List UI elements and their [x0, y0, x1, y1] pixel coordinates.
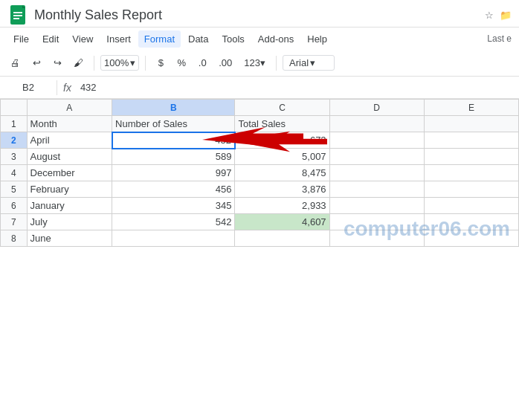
cell-a3[interactable]: August	[27, 149, 112, 165]
decimal-less-button[interactable]: .0	[193, 54, 211, 71]
undo-button[interactable]: ↩	[28, 54, 45, 71]
row-header-5: 5	[1, 181, 28, 198]
cell-c4[interactable]: 8,475	[235, 165, 329, 181]
font-selector[interactable]: Arial ▾	[283, 55, 335, 71]
app-logo	[7, 4, 28, 25]
cell-e7[interactable]	[424, 214, 518, 230]
cell-b6[interactable]: 345	[112, 198, 235, 214]
percent-button[interactable]: %	[173, 54, 190, 71]
paintformat-button[interactable]: 🖌	[69, 54, 88, 71]
menu-edit[interactable]: Edit	[36, 30, 65, 48]
menu-insert[interactable]: Insert	[100, 30, 137, 48]
format-num-button[interactable]: 123 ▾	[239, 54, 270, 71]
table-row: 5 February 456 3,876	[1, 181, 519, 198]
cell-e3[interactable]	[424, 149, 518, 165]
svg-rect-2	[13, 15, 22, 16]
cell-a1[interactable]: Month	[27, 116, 112, 132]
star-icon[interactable]: ☆	[485, 10, 494, 21]
title-bar: Monthly Sales Report ☆ 📁	[0, 0, 519, 28]
cell-b2[interactable]: 432	[112, 132, 235, 149]
col-header-d[interactable]: D	[329, 100, 424, 116]
cell-c5[interactable]: 3,876	[235, 181, 329, 198]
cell-reference[interactable]: B2	[6, 82, 51, 93]
cell-c8[interactable]	[235, 230, 329, 247]
cell-c3[interactable]: 5,007	[235, 149, 329, 165]
toolbar-separator-3	[276, 56, 277, 71]
cell-e6[interactable]	[424, 198, 518, 214]
cell-d2[interactable]	[329, 132, 424, 149]
format-num-label: 123	[244, 57, 260, 68]
cell-d6[interactable]	[329, 198, 424, 214]
cell-a4[interactable]: December	[27, 165, 112, 181]
cell-b8[interactable]	[112, 230, 235, 247]
row-header-7: 7	[1, 214, 28, 230]
menu-tools[interactable]: Tools	[216, 30, 250, 48]
formula-input[interactable]	[77, 82, 513, 93]
cell-b4[interactable]: 997	[112, 165, 235, 181]
cell-c2[interactable]: 672	[235, 132, 329, 149]
cell-c7[interactable]: 4,607	[235, 214, 329, 230]
svg-rect-3	[13, 18, 19, 19]
cell-d3[interactable]	[329, 149, 424, 165]
cell-b5[interactable]: 456	[112, 181, 235, 198]
cell-a5[interactable]: February	[27, 181, 112, 198]
corner-header	[1, 100, 28, 116]
menu-help[interactable]: Help	[301, 30, 333, 48]
col-header-e[interactable]: E	[424, 100, 518, 116]
decimal-more-button[interactable]: .00	[214, 54, 236, 71]
cell-e5[interactable]	[424, 181, 518, 198]
row-header-1: 1	[1, 116, 28, 132]
cell-d7[interactable]	[329, 214, 424, 230]
cell-e8[interactable]	[424, 230, 518, 247]
cell-c1[interactable]: Total Sales	[235, 116, 329, 132]
document-title: Monthly Sales Report	[34, 7, 479, 23]
table-row: 1 Month Number of Sales Total Sales	[1, 116, 519, 132]
cell-a8[interactable]: June	[27, 230, 112, 247]
menu-data[interactable]: Data	[182, 30, 214, 48]
col-header-a[interactable]: A	[27, 100, 112, 116]
row-header-2: 2	[1, 132, 28, 149]
cell-a2[interactable]: April	[27, 132, 112, 149]
font-name: Arial	[289, 57, 309, 68]
menu-addons[interactable]: Add-ons	[252, 30, 300, 48]
cell-d1[interactable]	[329, 116, 424, 132]
cell-e1[interactable]	[424, 116, 518, 132]
cell-c6[interactable]: 2,933	[235, 198, 329, 214]
cell-d8[interactable]	[329, 230, 424, 247]
last-edit-label: Last e	[487, 33, 512, 44]
menu-format[interactable]: Format	[138, 30, 181, 48]
row-header-6: 6	[1, 198, 28, 214]
svg-rect-1	[13, 12, 22, 13]
menu-bar: File Edit View Insert Format Data Tools …	[0, 28, 519, 50]
print-button[interactable]: 🖨	[6, 54, 25, 71]
format-num-arrow-icon: ▾	[260, 57, 265, 68]
formula-bar: B2 fx	[0, 77, 519, 99]
currency-button[interactable]: $	[152, 54, 170, 71]
toolbar-separator-1	[94, 56, 94, 71]
cell-b3[interactable]: 589	[112, 149, 235, 165]
cell-b7[interactable]: 542	[112, 214, 235, 230]
cell-a6[interactable]: January	[27, 198, 112, 214]
redo-button[interactable]: ↪	[48, 54, 66, 71]
cell-d5[interactable]	[329, 181, 424, 198]
table-row: 7 July 542 4,607	[1, 214, 519, 230]
font-arrow-icon: ▾	[310, 57, 315, 68]
zoom-value: 100%	[104, 57, 129, 68]
folder-icon[interactable]: 📁	[500, 10, 512, 21]
zoom-selector[interactable]: 100% ▾	[100, 55, 139, 71]
cell-a7[interactable]: July	[27, 214, 112, 230]
table-row: 4 December 997 8,475	[1, 165, 519, 181]
col-header-b[interactable]: B	[112, 100, 235, 116]
formula-separator	[57, 80, 57, 95]
cell-d4[interactable]	[329, 165, 424, 181]
menu-view[interactable]: View	[66, 30, 99, 48]
cell-e2[interactable]	[424, 132, 518, 149]
cell-e4[interactable]	[424, 165, 518, 181]
cell-b1[interactable]: Number of Sales	[112, 116, 235, 132]
table-row: 2 April 432 672	[1, 132, 519, 149]
col-header-c[interactable]: C	[235, 100, 329, 116]
spreadsheet-table: A B C D E 1 Month Number of Sales Total …	[0, 99, 519, 247]
table-row: 3 August 589 5,007	[1, 149, 519, 165]
menu-file[interactable]: File	[7, 30, 35, 48]
table-row: 6 January 345 2,933	[1, 198, 519, 214]
